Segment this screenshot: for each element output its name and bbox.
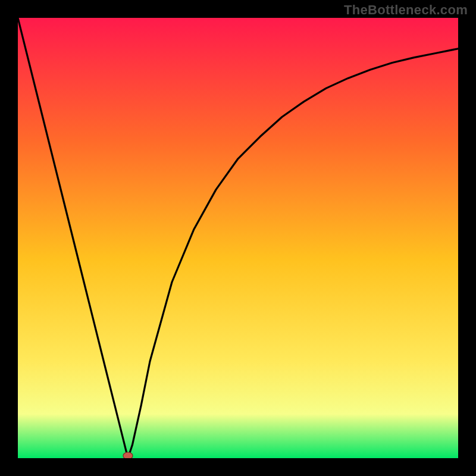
chart-frame: TheBottleneck.com [0, 0, 476, 476]
plot-area [18, 18, 458, 458]
watermark-label: TheBottleneck.com [344, 2, 468, 18]
chart-svg [18, 18, 458, 458]
gradient-background [18, 18, 458, 458]
minimum-marker [123, 452, 133, 458]
